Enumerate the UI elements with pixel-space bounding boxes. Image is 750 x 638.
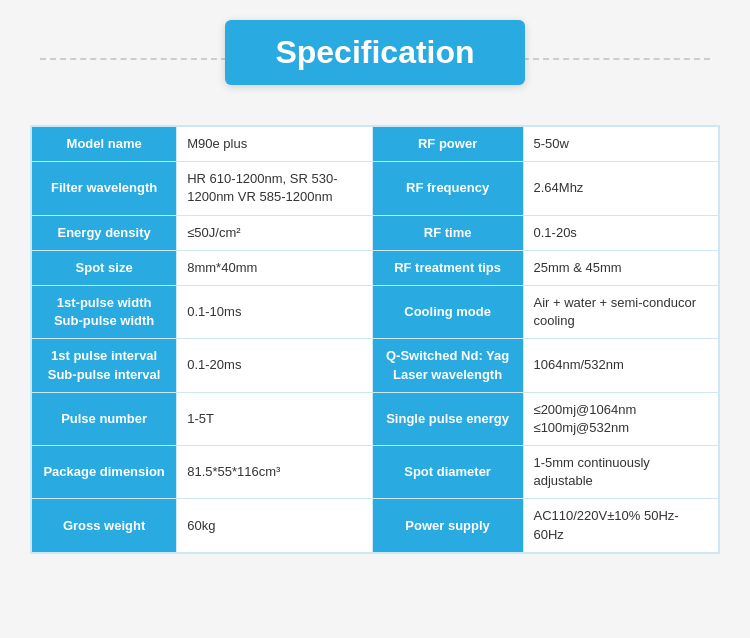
- spec-label-left-8: Gross weight: [32, 499, 177, 552]
- spec-label-left-6: Pulse number: [32, 392, 177, 445]
- spec-table-wrapper: Model nameM90e plusRF power5-50wFilter w…: [30, 125, 720, 554]
- spec-table: Model nameM90e plusRF power5-50wFilter w…: [31, 126, 719, 553]
- spec-value-right-7: 1-5mm continuously adjustable: [523, 446, 719, 499]
- spec-value-left-8: 60kg: [177, 499, 372, 552]
- spec-value-right-4: Air + water + semi-conducor cooling: [523, 285, 719, 338]
- table-row: 1st pulse interval Sub-pulse interval0.1…: [32, 339, 719, 392]
- table-row: Spot size8mm*40mmRF treatment tips25mm &…: [32, 250, 719, 285]
- table-row: Package dimension81.5*55*116cm³Spot diam…: [32, 446, 719, 499]
- spec-value-right-6: ≤200mj@1064nm ≤100mj@532nm: [523, 392, 719, 445]
- spec-label-left-7: Package dimension: [32, 446, 177, 499]
- spec-value-left-4: 0.1-10ms: [177, 285, 372, 338]
- spec-label-left-5: 1st pulse interval Sub-pulse interval: [32, 339, 177, 392]
- spec-value-left-1: HR 610-1200nm, SR 530-1200nm VR 585-1200…: [177, 162, 372, 215]
- spec-label-right-3: RF treatment tips: [372, 250, 523, 285]
- page-title: Specification: [225, 20, 524, 85]
- spec-label-right-7: Spot diameter: [372, 446, 523, 499]
- spec-value-left-6: 1-5T: [177, 392, 372, 445]
- table-row: Pulse number1-5TSingle pulse energy≤200m…: [32, 392, 719, 445]
- table-row: Gross weight60kgPower supplyAC110/220V±1…: [32, 499, 719, 552]
- spec-value-right-0: 5-50w: [523, 127, 719, 162]
- spec-value-left-0: M90e plus: [177, 127, 372, 162]
- spec-value-right-2: 0.1-20s: [523, 215, 719, 250]
- spec-label-left-0: Model name: [32, 127, 177, 162]
- spec-label-right-6: Single pulse energy: [372, 392, 523, 445]
- table-row: Energy density≤50J/cm²RF time0.1-20s: [32, 215, 719, 250]
- spec-label-right-2: RF time: [372, 215, 523, 250]
- spec-label-right-0: RF power: [372, 127, 523, 162]
- spec-value-right-5: 1064nm/532nm: [523, 339, 719, 392]
- spec-label-right-4: Cooling mode: [372, 285, 523, 338]
- page-wrapper: Specification Model nameM90e plusRF powe…: [0, 0, 750, 594]
- table-row: Model nameM90e plusRF power5-50w: [32, 127, 719, 162]
- table-row: Filter wavelengthHR 610-1200nm, SR 530-1…: [32, 162, 719, 215]
- spec-label-right-8: Power supply: [372, 499, 523, 552]
- spec-label-left-4: 1st-pulse width Sub-pulse width: [32, 285, 177, 338]
- header-section: Specification: [0, 0, 750, 115]
- spec-label-left-1: Filter wavelength: [32, 162, 177, 215]
- spec-label-right-1: RF frequency: [372, 162, 523, 215]
- spec-label-right-5: Q-Switched Nd: Yag Laser wavelength: [372, 339, 523, 392]
- spec-value-left-7: 81.5*55*116cm³: [177, 446, 372, 499]
- spec-label-left-3: Spot size: [32, 250, 177, 285]
- spec-value-left-2: ≤50J/cm²: [177, 215, 372, 250]
- spec-value-left-5: 0.1-20ms: [177, 339, 372, 392]
- table-row: 1st-pulse width Sub-pulse width0.1-10msC…: [32, 285, 719, 338]
- spec-label-left-2: Energy density: [32, 215, 177, 250]
- spec-value-left-3: 8mm*40mm: [177, 250, 372, 285]
- spec-value-right-1: 2.64Mhz: [523, 162, 719, 215]
- spec-value-right-8: AC110/220V±10% 50Hz-60Hz: [523, 499, 719, 552]
- spec-value-right-3: 25mm & 45mm: [523, 250, 719, 285]
